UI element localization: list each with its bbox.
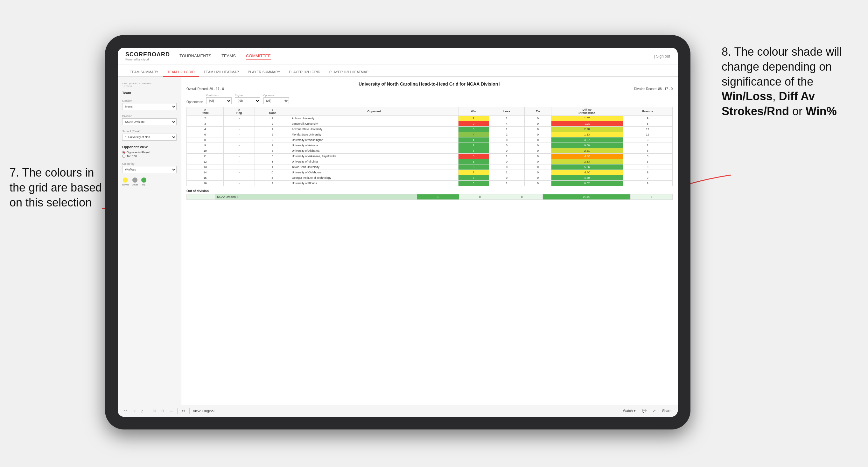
region-select[interactable]: (All) bbox=[235, 97, 260, 104]
cell-rounds: 9 bbox=[623, 181, 672, 186]
division-ii-loss: 0 bbox=[459, 194, 501, 200]
cell-rank: 2 bbox=[187, 116, 224, 121]
colour-by-select[interactable]: Win/loss bbox=[122, 166, 177, 173]
cell-reg: - bbox=[223, 175, 254, 181]
table-row: 12 - 3 University of Virginia 1 0 0 2.33… bbox=[187, 159, 673, 164]
gender-label: Gender bbox=[122, 99, 177, 102]
subnav-team-summary[interactable]: TEAM SUMMARY bbox=[125, 67, 163, 77]
nav-teams[interactable]: TEAMS bbox=[221, 52, 236, 60]
subnav-player-h2h-heatmap[interactable]: PLAYER H2H HEATMAP bbox=[325, 67, 373, 77]
toolbar-undo[interactable]: ↩ bbox=[123, 408, 128, 413]
toolbar-select[interactable]: ⊡ bbox=[160, 408, 165, 413]
subnav-player-summary[interactable]: PLAYER SUMMARY bbox=[243, 67, 285, 77]
toolbar-grid[interactable]: ⊞ bbox=[151, 408, 157, 413]
cell-diff: 3.67 bbox=[551, 137, 623, 143]
gender-select[interactable]: Men's bbox=[122, 103, 177, 110]
nav-committee[interactable]: COMMITTEE bbox=[246, 52, 271, 60]
cell-tie: 0 bbox=[525, 164, 551, 170]
annotation-left-number: 7. bbox=[9, 166, 19, 179]
subnav-team-h2h-grid[interactable]: TEAM H2H GRID bbox=[163, 67, 199, 77]
cell-conf: 1 bbox=[255, 127, 290, 132]
sign-out-button[interactable]: | Sign out bbox=[654, 54, 671, 59]
cell-tie: 0 bbox=[525, 137, 551, 143]
toolbar-view[interactable]: View: Original bbox=[193, 409, 214, 413]
toolbar-reset[interactable]: ⎌ bbox=[140, 408, 145, 413]
cell-rank: 14 bbox=[187, 170, 224, 175]
col-diff: Diff AvStrokes/Rnd bbox=[551, 107, 623, 116]
main-content: Last Updated: 27/03/2024 16:55:38 Team G… bbox=[118, 77, 678, 405]
toolbar-comment[interactable]: 💬 bbox=[641, 408, 648, 413]
school-select[interactable]: 1. University of Nort... bbox=[122, 134, 177, 141]
gender-section: Gender Men's bbox=[122, 99, 177, 110]
table-row: 4 - 1 Arizona State University 5 1 0 2.2… bbox=[187, 127, 673, 132]
cell-win: 4 bbox=[458, 132, 489, 137]
subnav: TEAM SUMMARY TEAM H2H GRID TEAM H2H HEAT… bbox=[118, 65, 678, 77]
cell-conf: 3 bbox=[255, 159, 290, 164]
toolbar-clock[interactable]: ⊙ bbox=[181, 408, 186, 413]
cell-rounds: 3 bbox=[623, 137, 672, 143]
cell-loss: 0 bbox=[489, 148, 524, 154]
cell-opponent: University of Florida bbox=[290, 181, 458, 186]
cell-rounds: 9 bbox=[623, 164, 672, 170]
cell-tie: 0 bbox=[525, 132, 551, 137]
cell-rounds: 9 bbox=[623, 116, 672, 121]
cell-conf: 4 bbox=[255, 175, 290, 181]
subnav-team-h2h-heatmap[interactable]: TEAM H2H HEATMAP bbox=[199, 67, 243, 77]
table-row: 3 - 2 Vanderbilt University 0 4 0 -2.29 … bbox=[187, 121, 673, 127]
cell-win: 0 bbox=[458, 121, 489, 127]
logo-text: SCOREBOARD bbox=[125, 51, 170, 58]
annotation-left-text: The colours in the grid are based on thi… bbox=[9, 166, 102, 209]
cell-diff: 9.00 bbox=[551, 143, 623, 148]
cell-loss: 2 bbox=[489, 132, 524, 137]
colour-by-label: Colour by bbox=[122, 162, 177, 165]
toolbar-watch[interactable]: Watch ▾ bbox=[622, 408, 637, 413]
cell-rank: 13 bbox=[187, 164, 224, 170]
cell-rounds: 17 bbox=[623, 127, 672, 132]
filter-conference: Conference (All) bbox=[206, 94, 231, 104]
cell-win: 1 bbox=[458, 143, 489, 148]
cell-reg: - bbox=[223, 170, 254, 175]
toolbar-redo[interactable]: ↪ bbox=[131, 408, 137, 413]
cell-reg: - bbox=[223, 132, 254, 137]
cell-rank: 8 bbox=[187, 137, 224, 143]
division-ii-rounds: 3 bbox=[631, 194, 673, 200]
cell-opponent: Auburn University bbox=[290, 116, 458, 121]
cell-rank: 12 bbox=[187, 159, 224, 164]
cell-rounds: 3 bbox=[623, 159, 672, 164]
cell-opponent: University of Alabama bbox=[290, 148, 458, 154]
radio-top100[interactable]: Top 100 bbox=[122, 155, 177, 158]
cell-tie: 0 bbox=[525, 148, 551, 154]
tablet-frame: SCOREBOARD Powered by clippd TOURNAMENTS… bbox=[105, 35, 690, 430]
cell-opponent: University of Arizona bbox=[290, 143, 458, 148]
toolbar-divider2 bbox=[177, 408, 178, 414]
table-row: 6 - 2 Florida State University 4 2 0 1.8… bbox=[187, 132, 673, 137]
cell-tie: 0 bbox=[525, 170, 551, 175]
toolbar-expand[interactable]: ⤢ bbox=[652, 408, 657, 413]
cell-opponent: Vanderbilt University bbox=[290, 121, 458, 127]
conference-select[interactable]: (All) bbox=[206, 97, 231, 104]
opponent-select[interactable]: (All) bbox=[264, 97, 289, 104]
radio-opponents-played[interactable]: Opponents Played bbox=[122, 151, 177, 154]
col-rank: #Rank bbox=[187, 107, 224, 116]
toolbar-dots[interactable]: ··· bbox=[168, 408, 174, 413]
table-row: 15 - 4 Georgia Institute of Technology 5… bbox=[187, 175, 673, 181]
cell-reg: - bbox=[223, 148, 254, 154]
cell-tie: 0 bbox=[525, 181, 551, 186]
cell-reg: - bbox=[223, 137, 254, 143]
cell-win: 3 bbox=[458, 148, 489, 154]
toolbar-share[interactable]: Share bbox=[661, 408, 673, 413]
table-row: 14 - 0 University of Oklahoma 2 1 0 -1.0… bbox=[187, 170, 673, 175]
division-select[interactable]: NCAA Division I bbox=[122, 118, 177, 125]
subnav-player-h2h-grid[interactable]: PLAYER H2H GRID bbox=[285, 67, 325, 77]
cell-tie: 0 bbox=[525, 127, 551, 132]
cell-opponent: Arizona State University bbox=[290, 127, 458, 132]
radio-dot-opponents bbox=[122, 151, 125, 154]
team-title: Team bbox=[122, 91, 177, 95]
table-row: 11 - 6 University of Arkansas, Fayettevi… bbox=[187, 154, 673, 159]
legend-up-dot bbox=[141, 178, 146, 183]
cell-rank: 16 bbox=[187, 181, 224, 186]
cell-tie: 0 bbox=[525, 159, 551, 164]
out-of-division-table: NCAA Division II 1 0 0 26.00 3 bbox=[186, 194, 673, 200]
nav-tournaments[interactable]: TOURNAMENTS bbox=[180, 52, 211, 60]
table-row: 9 - 1 University of Arizona 1 0 0 9.00 2 bbox=[187, 143, 673, 148]
